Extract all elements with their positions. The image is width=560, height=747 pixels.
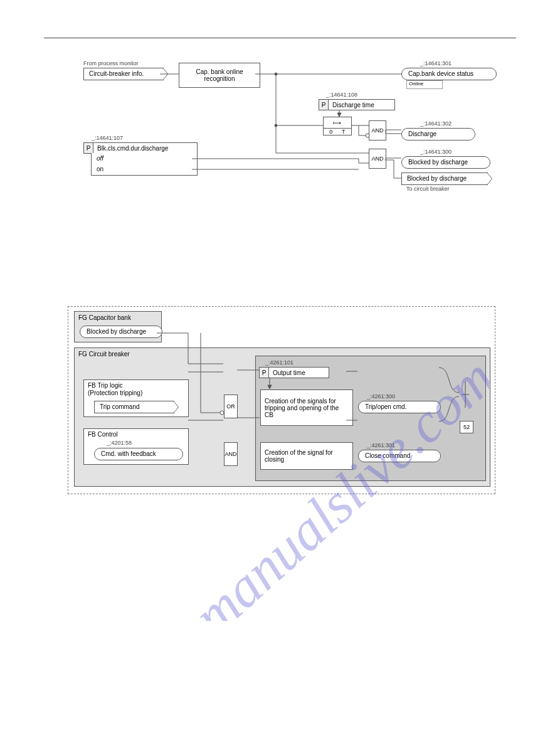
fb-trip-logic-title2: (Protection tripping) — [88, 389, 142, 396]
gate-and-lower: AND — [224, 442, 238, 466]
fb-trip-logic: FB Trip logic (Protection tripping) Trip… — [83, 379, 189, 417]
id-blocked-by-discharge: _:14641:300 — [420, 149, 452, 155]
id-cmd-with-feedback: _:4201:58 — [107, 440, 132, 446]
param-marker-icon: P — [319, 100, 329, 110]
pill-cap-bank-device-status: Cap.bank device status — [401, 68, 497, 80]
timer-block: ⟼ 0 T — [323, 117, 352, 135]
box-proc-trip-open: Creation of the signals for tripping and… — [260, 389, 353, 426]
tag-circuit-breaker-info: Circuit-breaker info. — [83, 68, 164, 80]
fb-control: FB Control _:4201:58 Cmd. with feedback — [83, 428, 189, 465]
id-cap-bank-status: _:14641:301 — [420, 60, 452, 66]
tag-blocked-by-discharge: Blocked by discharge — [401, 172, 488, 185]
id-blk-cls-cmd: _:14641:107 — [92, 135, 123, 141]
pill-close-command: Close command — [358, 450, 441, 462]
pill-trip-open-cmd: Trip/open cmd. — [358, 401, 441, 413]
gate-and-2: AND — [369, 149, 386, 169]
fg-circuit-breaker-title: FG Circuit breaker — [78, 351, 130, 358]
box-proc-close: Creation of the signal for closing — [260, 442, 353, 470]
param-output-time-label: Output time — [269, 368, 309, 378]
id-discharge-time: _:14641:108 — [326, 92, 357, 98]
timer-t: T — [342, 129, 346, 135]
fg-circuit-breaker: FG Circuit breaker _:4261:101 P Output t… — [74, 347, 490, 487]
fb-trip-logic-title1: FB Trip logic — [88, 382, 123, 389]
svg-point-5 — [275, 124, 277, 127]
timer-zero: 0 — [329, 129, 332, 135]
gate-or: OR — [224, 395, 238, 418]
pill-blocked-by-discharge-cap: Blocked by discharge — [80, 326, 162, 338]
param-marker-icon: P — [260, 368, 269, 378]
param-output-time: P Output time — [259, 367, 329, 378]
id-close-command: _:4261:301 — [367, 442, 395, 448]
page-top-rule — [44, 38, 516, 38]
caption-from-process-monitor: From process monitor — [83, 60, 139, 66]
svg-point-2 — [275, 73, 277, 75]
pill-discharge: Discharge — [401, 128, 475, 140]
box-cap-bank-online-recognition: Cap. bank online recognition — [179, 63, 260, 88]
fg-capacitor-bank: FG Capacitor bank Blocked by discharge — [74, 311, 162, 342]
param-blk-cls-cmd-label: Blk.cls.cmd.dur.discharge — [93, 143, 172, 153]
id-trip-open-cmd: _:4261:300 — [367, 393, 395, 400]
tag-circuit-breaker-info-label: Circuit-breaker info. — [89, 70, 144, 78]
param-marker-icon: P — [84, 143, 93, 153]
id-output-time: _:4261:101 — [265, 359, 293, 366]
pill-cmd-with-feedback: Cmd. with feedback — [94, 448, 183, 460]
fb-control-title: FB Control — [88, 431, 118, 438]
id-discharge: _:14641:302 — [420, 120, 452, 127]
gate-and-1: AND — [369, 120, 386, 140]
note-online: Online — [406, 80, 443, 89]
param-discharge-time-label: Discharge time — [329, 100, 378, 110]
note-to-circuit-breaker: To circuit breaker — [406, 186, 450, 192]
fg-capacitor-bank-title: FG Capacitor bank — [78, 314, 131, 321]
device-52: 52 — [460, 421, 473, 433]
tag-trip-command: Trip command — [94, 401, 174, 413]
tag-blocked-by-discharge-label: Blocked by discharge — [407, 174, 467, 183]
tag-trip-command-label: Trip command — [100, 403, 140, 411]
param-blk-option-on: on — [91, 164, 198, 176]
param-discharge-time: P Discharge time — [319, 99, 395, 110]
param-blk-cls-cmd: P Blk.cls.cmd.dur.discharge — [83, 142, 198, 154]
pill-blocked-by-discharge: Blocked by discharge — [401, 156, 490, 169]
